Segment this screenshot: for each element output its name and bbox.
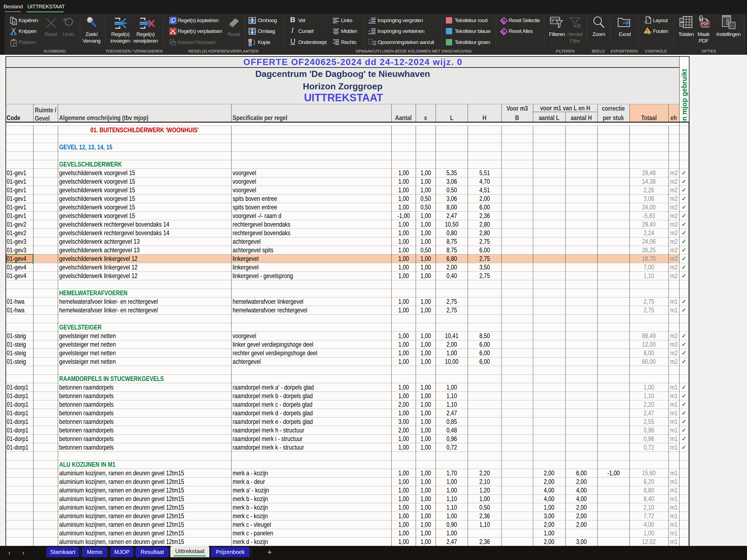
svg-text:PDF: PDF bbox=[701, 21, 709, 26]
